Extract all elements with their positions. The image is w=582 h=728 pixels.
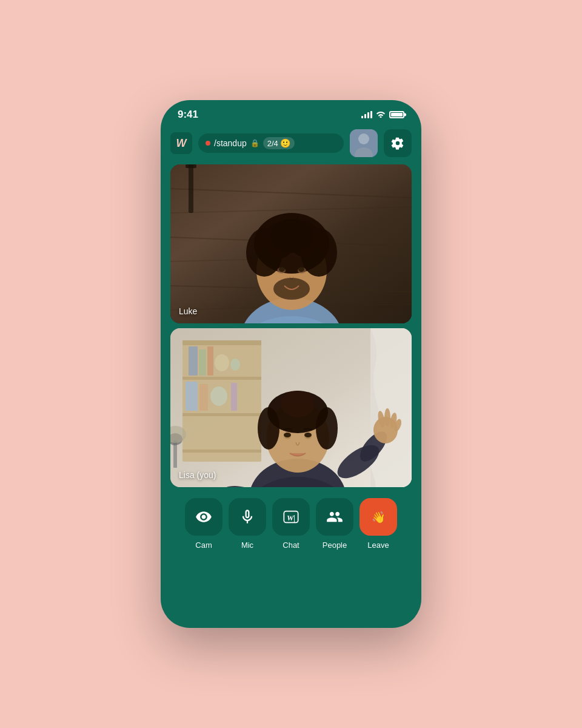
svg-rect-32 (182, 377, 261, 380)
status-time: 9:41 (178, 109, 198, 121)
svg-point-67 (284, 433, 291, 437)
people-control[interactable]: People (316, 498, 353, 550)
status-bar: 9:41 (161, 100, 421, 126)
svg-rect-35 (189, 346, 198, 376)
lock-icon: 🔒 (250, 139, 259, 147)
svg-rect-40 (186, 382, 198, 411)
wifi-icon (376, 110, 386, 120)
room-name: /standup (214, 138, 247, 148)
svg-rect-41 (199, 384, 208, 411)
video-area: Luke (161, 164, 421, 487)
cam-control[interactable]: Cam (185, 498, 222, 550)
svg-rect-10 (189, 164, 193, 213)
svg-rect-11 (186, 164, 196, 168)
participant-name-luke: Luke (179, 306, 197, 316)
svg-point-23 (279, 267, 285, 272)
controls-bar: Cam Mic W| Chat (161, 487, 421, 557)
leave-label: Leave (367, 541, 389, 550)
svg-point-24 (298, 267, 304, 272)
mic-button[interactable] (229, 498, 266, 536)
leave-control[interactable]: 👋 Leave (360, 498, 397, 550)
svg-point-63 (258, 407, 279, 450)
svg-rect-37 (207, 346, 213, 376)
self-avatar-thumbnail[interactable] (350, 129, 378, 157)
avatar-image (350, 129, 378, 157)
chat-control[interactable]: W| Chat (272, 498, 310, 550)
video-bg-lisa (170, 328, 412, 487)
phone-frame: 9:41 W /standup 🔒 2/4 🙂 (161, 100, 421, 628)
svg-point-20 (270, 219, 313, 253)
participant-count: 2/4 🙂 (263, 137, 295, 149)
svg-rect-33 (182, 413, 261, 416)
signal-icon (361, 111, 372, 118)
svg-point-39 (230, 359, 240, 371)
svg-point-42 (210, 386, 227, 406)
svg-point-38 (215, 354, 229, 371)
svg-text:W|: W| (287, 514, 295, 522)
chat-w-icon: W| (283, 508, 299, 525)
nav-bar: W /standup 🔒 2/4 🙂 (161, 126, 421, 164)
svg-point-62 (281, 391, 315, 417)
video-bg-luke (170, 164, 412, 323)
svg-rect-34 (182, 450, 261, 453)
eye-icon (195, 508, 212, 525)
chat-button[interactable]: W| (272, 498, 310, 536)
gear-icon (391, 136, 404, 150)
svg-point-64 (316, 407, 338, 450)
svg-rect-31 (182, 340, 261, 345)
people-button[interactable] (316, 498, 353, 536)
participant-name-lisa: Lisa (you) (179, 470, 216, 480)
room-pill[interactable]: /standup 🔒 2/4 🙂 (198, 133, 344, 153)
video-tile-lisa: Lisa (you) (170, 328, 412, 487)
people-icon (326, 508, 343, 525)
people-label: People (323, 541, 347, 550)
leave-button[interactable]: 👋 (360, 498, 397, 536)
cam-button[interactable] (185, 498, 222, 536)
battery-icon (389, 111, 404, 118)
chat-label: Chat (283, 541, 299, 550)
mic-control[interactable]: Mic (229, 498, 266, 550)
svg-rect-36 (199, 349, 206, 376)
svg-point-73 (384, 408, 390, 426)
cam-label: Cam (195, 541, 212, 550)
video-tile-luke: Luke (170, 164, 412, 323)
mic-label: Mic (241, 541, 253, 550)
svg-point-1 (358, 133, 369, 144)
svg-point-68 (304, 433, 312, 437)
settings-button[interactable] (384, 129, 412, 157)
svg-text:👋: 👋 (372, 510, 386, 524)
smiley-icon: 🙂 (280, 138, 290, 148)
status-icons (361, 110, 404, 120)
mic-icon (239, 508, 256, 525)
svg-rect-43 (231, 383, 237, 411)
live-indicator (206, 141, 210, 146)
wave-icon: 👋 (370, 508, 387, 525)
app-logo: W (170, 132, 192, 154)
